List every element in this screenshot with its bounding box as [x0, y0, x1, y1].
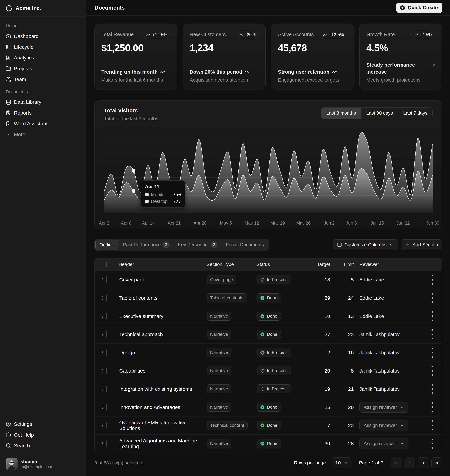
- quick-create-button[interactable]: Quick Create: [396, 3, 442, 13]
- range-tab-last-30-days[interactable]: Last 30 days: [361, 108, 398, 119]
- col-target: Target: [310, 262, 336, 267]
- drag-handle-icon[interactable]: [99, 405, 104, 410]
- col-reviewer: Reviewer: [359, 262, 425, 267]
- row-checkbox[interactable]: [107, 422, 107, 429]
- tab-count-badge: 3: [163, 241, 170, 248]
- tab-past-performance[interactable]: Past Performance3: [119, 240, 173, 250]
- gauge-icon: [6, 34, 11, 39]
- stat-value: 45,678: [278, 42, 347, 53]
- sidebar-footer-nav: SettingsGet HelpSearch: [0, 419, 86, 454]
- table-footer: 0 of 68 row(s) selected. Rows per page 1…: [95, 458, 442, 476]
- customize-columns-button[interactable]: Customize Columns: [333, 239, 398, 250]
- row-menu-icon[interactable]: [425, 382, 440, 396]
- sidebar-item-search[interactable]: Search: [4, 440, 82, 451]
- sidebar-item-get-help[interactable]: Get Help: [4, 430, 82, 440]
- bar-chart-icon: [6, 55, 11, 60]
- target-value: 18: [310, 277, 336, 283]
- tab-key-personnel[interactable]: Key Personnel2: [174, 240, 221, 250]
- sidebar-item-settings[interactable]: Settings: [4, 419, 82, 430]
- chevrons-left-icon: [394, 460, 399, 465]
- sidebar-item-reports[interactable]: Reports: [4, 108, 82, 118]
- next-page-button[interactable]: [418, 458, 429, 468]
- range-tab-last-7-days[interactable]: Last 7 days: [398, 108, 432, 119]
- drag-handle-icon[interactable]: [99, 441, 104, 446]
- drag-handle-icon[interactable]: [99, 277, 104, 282]
- row-checkbox[interactable]: [107, 386, 107, 392]
- row-checkbox[interactable]: [107, 277, 107, 283]
- row-menu-icon[interactable]: [425, 436, 440, 451]
- trending-up-icon: [414, 33, 418, 37]
- chevron-down-icon: [389, 242, 394, 247]
- row-checkbox[interactable]: [107, 331, 107, 337]
- visitors-area-chart: Apr 2Apr 8Apr 14Apr 21Apr 28May 5May 12M…: [104, 127, 433, 228]
- assign-reviewer-select[interactable]: Assign reviewer: [359, 402, 408, 413]
- sidebar-item-team[interactable]: Team: [4, 74, 82, 85]
- table-header-row: Header Section Type Status Target Limit …: [95, 258, 442, 271]
- sidebar-item-analytics[interactable]: Analytics: [4, 52, 82, 63]
- sidebar-item-word-assistant[interactable]: Word Assistant: [4, 118, 82, 129]
- drag-handle-icon[interactable]: [99, 368, 104, 373]
- sidebar-item-dashboard[interactable]: Dashboard: [4, 31, 82, 42]
- rows-per-page-select[interactable]: 10: [332, 458, 351, 468]
- reviewer-name: Jamik Tashpulatov: [359, 386, 400, 392]
- sidebar-item-data-library[interactable]: Data Library: [4, 97, 82, 108]
- tab-focus-documents[interactable]: Focus Documents: [222, 240, 268, 250]
- row-menu-icon[interactable]: [425, 345, 440, 360]
- tab-outline[interactable]: Outline: [95, 240, 118, 250]
- row-checkbox[interactable]: [107, 313, 107, 319]
- drag-handle-icon[interactable]: [99, 314, 104, 319]
- status-badge: Done: [256, 312, 281, 321]
- user-menu[interactable]: shadcn m@example.com: [4, 457, 82, 471]
- row-checkbox[interactable]: [107, 441, 107, 447]
- previous-page-button[interactable]: [404, 458, 415, 468]
- brand-header[interactable]: Acme Inc.: [0, 0, 86, 17]
- row-checkbox[interactable]: [107, 349, 107, 356]
- drag-handle-icon[interactable]: [99, 387, 104, 392]
- range-tab-last-3-months[interactable]: Last 3 months: [321, 108, 361, 119]
- assign-reviewer-select[interactable]: Assign reviewer: [359, 420, 408, 431]
- target-value: 7: [310, 423, 336, 428]
- limit-value: 16: [336, 350, 359, 355]
- select-all-checkbox[interactable]: [107, 261, 107, 267]
- section-type-badge: Narrative: [207, 384, 231, 393]
- reviewer-name: Jamik Tashpulatov: [359, 350, 400, 355]
- assign-reviewer-select[interactable]: Assign reviewer: [359, 438, 408, 449]
- stat-value: $1,250.00: [101, 42, 171, 53]
- sidebar-item-projects[interactable]: Projects: [4, 63, 82, 74]
- drag-handle-icon[interactable]: [99, 423, 104, 428]
- stat-footnote: Down 20% this period: [190, 69, 242, 75]
- first-page-button[interactable]: [391, 458, 402, 468]
- brand-name: Acme Inc.: [16, 5, 41, 11]
- loader-icon: [260, 278, 265, 282]
- check-circle-icon: [260, 296, 265, 300]
- row-menu-icon[interactable]: [425, 418, 440, 433]
- sidebar-item-label: Dashboard: [14, 33, 39, 39]
- row-checkbox[interactable]: [107, 368, 107, 374]
- stat-title: Active Accounts: [278, 30, 314, 37]
- rows-per-page-label: Rows per page: [294, 460, 326, 465]
- limit-value: 23: [336, 331, 359, 337]
- drag-handle-icon[interactable]: [99, 350, 104, 355]
- chart-subtitle: Total for the last 3 months: [104, 116, 158, 121]
- row-menu-icon[interactable]: [425, 309, 440, 324]
- row-checkbox[interactable]: [107, 404, 107, 410]
- row-menu-icon[interactable]: [425, 327, 440, 342]
- sidebar-item-lifecycle[interactable]: Lifecycle: [4, 42, 82, 52]
- row-checkbox[interactable]: [107, 295, 107, 301]
- add-section-button[interactable]: Add Section: [401, 239, 442, 250]
- row-menu-icon[interactable]: [425, 400, 440, 414]
- chevron-down-icon: [344, 461, 348, 465]
- row-menu-icon[interactable]: [425, 273, 440, 287]
- row-menu-icon[interactable]: [425, 364, 440, 378]
- drag-handle-icon[interactable]: [99, 332, 104, 337]
- trending-up-icon: [160, 70, 165, 75]
- limit-value: 5: [336, 277, 359, 283]
- sidebar-item-label: Search: [14, 443, 30, 448]
- ellipsis-vertical-icon[interactable]: [75, 462, 80, 467]
- chevron-down-icon: [400, 405, 404, 409]
- loader-icon: [260, 368, 265, 373]
- drag-handle-icon[interactable]: [99, 296, 104, 301]
- sidebar-item-more[interactable]: More: [4, 129, 82, 140]
- row-menu-icon[interactable]: [425, 291, 440, 305]
- last-page-button[interactable]: [432, 458, 442, 468]
